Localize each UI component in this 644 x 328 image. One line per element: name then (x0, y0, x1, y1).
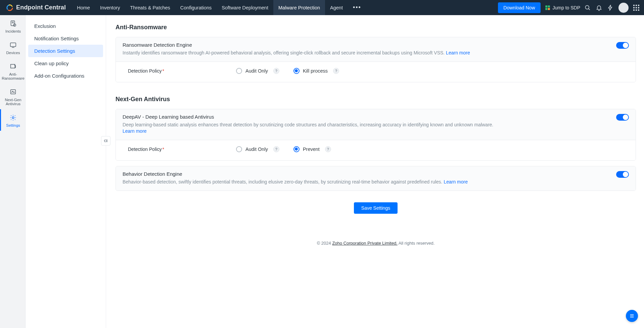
nav-home[interactable]: Home (72, 0, 95, 15)
card-ransomware-detection: Ransomware Detection Engine Instantly id… (116, 37, 636, 82)
nav-software-deployment[interactable]: Software Deployment (217, 0, 273, 15)
card-deepav: DeepAV - Deep Learning based Antivirus D… (116, 109, 636, 161)
svg-rect-13 (10, 43, 16, 47)
help-audit-only-1[interactable]: ? (273, 68, 279, 74)
rail-ng-antivirus-label: Next-Gen Antivirus (2, 98, 24, 106)
content: Anti-Ransomware Ransomware Detection Eng… (106, 15, 644, 328)
learn-more-ransomware[interactable]: Learn more (446, 50, 470, 55)
subnav-detection-settings[interactable]: Detection Settings (28, 45, 103, 57)
section-anti-ransomware-title: Anti-Ransomware (116, 24, 636, 31)
card-desc-behavior: Behavior-based detection, swiftly identi… (123, 179, 611, 185)
nav-threats-patches[interactable]: Threats & Patches (125, 0, 175, 15)
rail-ng-antivirus[interactable]: Next-Gen Antivirus (0, 84, 25, 109)
rail-devices-label: Devices (6, 51, 20, 55)
learn-more-behavior[interactable]: Learn more (444, 179, 468, 184)
card-desc-deepav: Deep learning-based static analysis enha… (123, 122, 611, 134)
lightning-icon[interactable] (607, 4, 614, 11)
toggle-deepav[interactable] (616, 114, 629, 121)
radio-kill-process[interactable]: Kill process ? (293, 68, 339, 74)
learn-more-deepav[interactable]: Learn more (123, 128, 147, 134)
svg-rect-3 (545, 5, 547, 7)
rail-incidents[interactable]: Incidents (0, 15, 25, 37)
card-title-deepav: DeepAV - Deep Learning based Antivirus (123, 114, 611, 120)
download-button[interactable]: Download Now (498, 2, 540, 13)
svg-point-16 (12, 117, 14, 119)
help-audit-only-2[interactable]: ? (273, 146, 279, 152)
rail-settings-label: Settings (6, 123, 20, 127)
nav-inventory[interactable]: Inventory (95, 0, 125, 15)
collapse-subnav-icon[interactable] (101, 136, 110, 146)
rail-devices[interactable]: Devices (0, 37, 25, 58)
nav-configurations[interactable]: Configurations (175, 0, 217, 15)
detection-policy-label-2: Detection Policy* (123, 147, 233, 152)
nav-more-icon[interactable]: ••• (348, 0, 366, 15)
radio-audit-only-1[interactable]: Audit Only ? (236, 68, 279, 74)
settings-subnav: Exclusion Notification Settings Detectio… (26, 15, 106, 328)
subnav-notification-settings[interactable]: Notification Settings (28, 32, 103, 45)
topbar-icons (584, 3, 639, 13)
section-ngav-title: Next-Gen Antivirus (116, 96, 636, 103)
layout: Incidents Devices Anti-Ransomware Next-G… (0, 15, 644, 328)
svg-rect-5 (545, 8, 547, 10)
fab-menu-icon[interactable] (626, 310, 638, 322)
rail-settings[interactable]: Settings (0, 109, 25, 131)
rail-anti-ransomware-label: Anti-Ransomware (2, 72, 25, 80)
help-prevent[interactable]: ? (325, 146, 331, 152)
footer-zoho-link[interactable]: Zoho Corporation Private Limited. (332, 241, 397, 246)
save-settings-button[interactable]: Save Settings (354, 202, 398, 214)
help-kill-process[interactable]: ? (333, 68, 339, 74)
topbar: Endpoint Central Home Inventory Threats … (0, 0, 644, 15)
subnav-cleanup-policy[interactable]: Clean up policy (28, 57, 103, 70)
sdp-icon (545, 5, 551, 11)
svg-rect-6 (548, 8, 550, 10)
avatar[interactable] (618, 3, 629, 13)
radio-audit-only-2[interactable]: Audit Only ? (236, 146, 279, 152)
subnav-exclusion[interactable]: Exclusion (28, 20, 103, 32)
card-behavior-detection: Behavior Detection Engine Behavior-based… (116, 166, 636, 191)
nav-agent[interactable]: Agent (325, 0, 348, 15)
toggle-behavior[interactable] (616, 171, 629, 178)
svg-rect-4 (548, 5, 550, 7)
toggle-ransomware[interactable] (616, 42, 629, 49)
jump-to-sdp[interactable]: Jump to SDP (545, 5, 580, 11)
svg-rect-9 (11, 21, 15, 26)
sdp-label: Jump to SDP (553, 5, 580, 10)
apps-grid-icon[interactable] (633, 5, 639, 11)
footer: © 2024 Zoho Corporation Private Limited.… (116, 241, 636, 246)
brand-name: Endpoint Central (16, 4, 66, 11)
card-desc-ransomware: Instantly identifies ransomware through … (123, 50, 611, 56)
svg-point-7 (585, 5, 589, 9)
rail-anti-ransomware[interactable]: Anti-Ransomware (0, 58, 25, 84)
search-icon[interactable] (584, 4, 591, 11)
card-title-ransomware: Ransomware Detection Engine (123, 42, 611, 48)
radio-prevent[interactable]: Prevent ? (293, 146, 331, 152)
nav-malware-protection[interactable]: Malware Protection (273, 0, 325, 15)
svg-line-8 (589, 8, 590, 10)
brand-logo-icon (6, 4, 13, 11)
subnav-addon-configurations[interactable]: Add-on Configurations (28, 70, 103, 82)
topbar-right: Download Now Jump to SDP (498, 2, 644, 13)
left-rail: Incidents Devices Anti-Ransomware Next-G… (0, 15, 26, 328)
brand: Endpoint Central (0, 4, 72, 11)
detection-policy-label-1: Detection Policy* (123, 68, 233, 74)
top-nav: Home Inventory Threats & Patches Configu… (72, 0, 366, 15)
bell-icon[interactable] (596, 4, 602, 11)
card-title-behavior: Behavior Detection Engine (123, 171, 611, 177)
rail-incidents-label: Incidents (5, 29, 21, 33)
